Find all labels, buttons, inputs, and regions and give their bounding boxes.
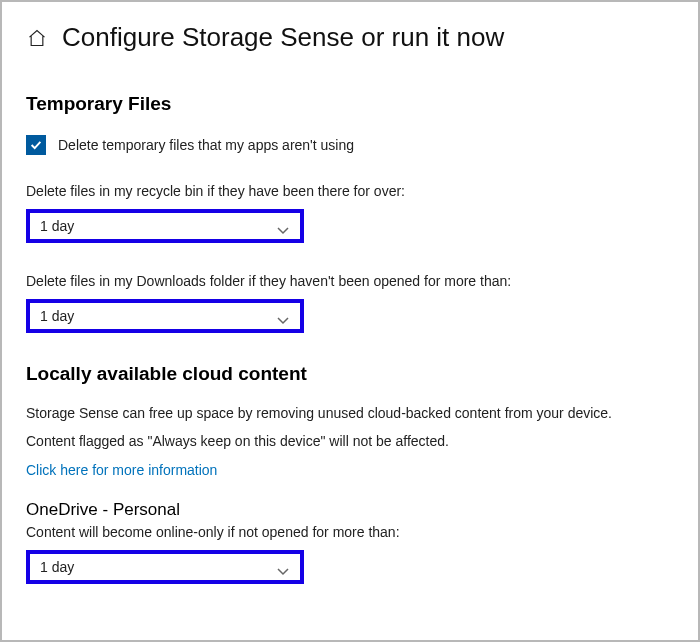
page-header: Configure Storage Sense or run it now: [26, 22, 674, 53]
section-temporary-files: Temporary Files Delete temporary files t…: [26, 93, 674, 333]
label-downloads: Delete files in my Downloads folder if t…: [26, 273, 674, 289]
section-title-cloud: Locally available cloud content: [26, 363, 674, 385]
chevron-down-icon: [276, 221, 290, 231]
section-title-temporary-files: Temporary Files: [26, 93, 674, 115]
label-onedrive: Content will become online-only if not o…: [26, 524, 674, 540]
select-recycle-bin[interactable]: 1 day: [26, 209, 304, 243]
checkbox-row-delete-temp: Delete temporary files that my apps aren…: [26, 135, 674, 155]
section-cloud-content: Locally available cloud content Storage …: [26, 363, 674, 584]
home-icon[interactable]: [26, 27, 48, 49]
chevron-down-icon: [276, 311, 290, 321]
chevron-down-icon: [276, 562, 290, 572]
page-title: Configure Storage Sense or run it now: [62, 22, 504, 53]
onedrive-title: OneDrive - Personal: [26, 500, 674, 520]
select-value-downloads: 1 day: [40, 308, 74, 324]
checkbox-label-delete-temp: Delete temporary files that my apps aren…: [58, 137, 354, 153]
link-more-info[interactable]: Click here for more information: [26, 462, 217, 478]
cloud-description-2: Content flagged as "Always keep on this …: [26, 433, 674, 449]
label-recycle-bin: Delete files in my recycle bin if they h…: [26, 183, 674, 199]
check-icon: [29, 138, 43, 152]
checkbox-delete-temp[interactable]: [26, 135, 46, 155]
select-value-onedrive: 1 day: [40, 559, 74, 575]
select-value-recycle-bin: 1 day: [40, 218, 74, 234]
cloud-description-1: Storage Sense can free up space by remov…: [26, 405, 674, 421]
select-downloads[interactable]: 1 day: [26, 299, 304, 333]
select-onedrive[interactable]: 1 day: [26, 550, 304, 584]
